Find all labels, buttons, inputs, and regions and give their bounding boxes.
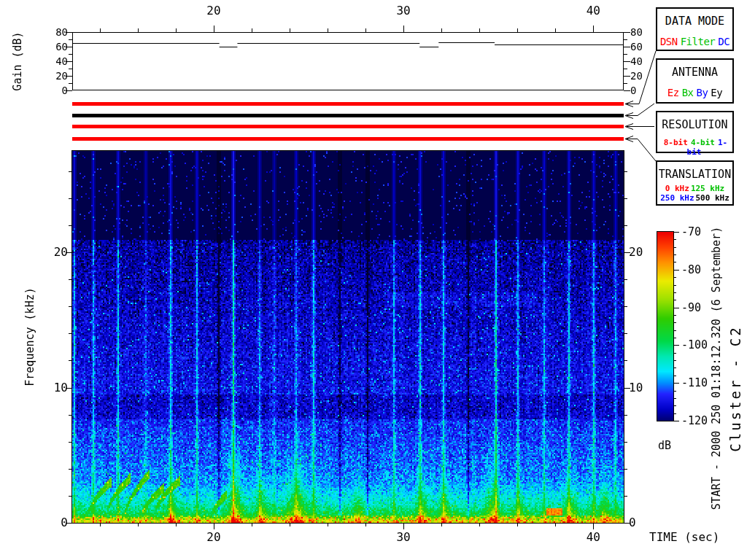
freq-tick-label-right: 10 xyxy=(629,382,643,394)
colorbar-tick-label: -120 xyxy=(681,416,708,427)
gain-tick-label: 0 xyxy=(62,85,68,96)
panel-translation-options: 0 kHz125 kHz250 kHz500 kHz xyxy=(657,184,732,203)
panel-resolution-options: 8-bit4-bit1-bit xyxy=(657,138,732,157)
panel-resolution: RESOLUTION 8-bit4-bit1-bit xyxy=(656,111,734,153)
panel-data-mode-options: DSNFilterDC xyxy=(657,36,732,47)
gain-tick-label: 60 xyxy=(55,42,68,52)
option-dc: DC xyxy=(718,36,729,47)
option-500-khz: 500 kHz xyxy=(696,193,729,203)
gain-tick-label: 40 xyxy=(55,56,68,66)
translation-active-bar xyxy=(72,137,624,141)
option-ez: Ez xyxy=(667,87,679,98)
connector-resolution xyxy=(625,124,654,130)
frequency-axis-title: Frequency (kHz) xyxy=(25,287,36,386)
wbd-spectrogram-display: 0020204040606080802020303040400010102020… xyxy=(0,0,747,560)
panel-translation-title: TRANSLATION xyxy=(657,168,732,181)
option-250-khz: 250 kHz xyxy=(660,193,694,203)
gain-tick-label-right: 0 xyxy=(630,85,636,96)
panel-antenna: ANTENNA EzBxByEy xyxy=(656,58,734,104)
gain-tick-label-right: 80 xyxy=(630,27,643,37)
option-bx: Bx xyxy=(682,87,694,98)
spacecraft-text: Cluster - C2 xyxy=(729,325,743,451)
option-125-khz: 125 kHz xyxy=(691,184,724,193)
connector-data-mode xyxy=(625,51,656,107)
time-tick-label-bottom: 30 xyxy=(396,532,410,543)
option-4-bit: 4-bit xyxy=(691,138,715,147)
time-tick-label-top: 30 xyxy=(396,5,410,17)
gain-tick-label-right: 40 xyxy=(630,56,643,66)
option-8-bit: 8-bit xyxy=(664,138,688,147)
time-axis-title: TIME (sec) xyxy=(649,532,719,543)
time-tick-label-bottom: 40 xyxy=(587,532,600,543)
spectrogram-canvas xyxy=(72,151,624,523)
gain-tick-label: 80 xyxy=(55,27,68,37)
resolution-active-bar xyxy=(72,125,624,128)
option-row: 0 kHz125 kHz xyxy=(657,184,732,193)
gain-tick-label-right: 20 xyxy=(630,71,643,81)
freq-tick-label-right: 20 xyxy=(629,246,643,258)
colorbar-tick-label: -100 xyxy=(681,340,708,351)
panel-translation: TRANSLATION 0 kHz125 kHz250 kHz500 kHz xyxy=(656,160,734,206)
option-0-khz: 0 kHz xyxy=(665,184,689,193)
panel-data-mode: DATA MODE DSNFilterDC xyxy=(656,7,734,51)
gain-tick-label-right: 60 xyxy=(630,42,643,52)
panel-antenna-title: ANTENNA xyxy=(657,66,732,79)
connector-translation xyxy=(625,136,656,162)
option-by: By xyxy=(697,87,708,98)
start-time-text: START - 2000 250 01:18:12.320 (6 Septemb… xyxy=(711,227,722,510)
colorbar-canvas xyxy=(657,232,673,421)
time-tick-label-top: 20 xyxy=(206,5,220,17)
time-tick-label-top: 40 xyxy=(587,5,600,17)
colorbar-tick-label: -80 xyxy=(681,264,701,275)
antenna-active-bar xyxy=(72,114,624,117)
gain-axis-title: Gain (dB) xyxy=(12,31,23,90)
colorbar-tick-label: -70 xyxy=(681,227,701,238)
option-filter: Filter xyxy=(681,36,716,47)
panel-data-mode-title: DATA MODE xyxy=(657,15,732,28)
option-dsn: DSN xyxy=(660,36,678,47)
data-mode-active-bar xyxy=(72,102,624,106)
freq-tick-label: 20 xyxy=(54,246,68,258)
colorbar-unit-label: dB xyxy=(658,440,671,451)
option-row: 250 kHz500 kHz xyxy=(657,193,732,203)
freq-tick-label-right: 0 xyxy=(629,517,636,529)
freq-tick-label: 0 xyxy=(61,517,68,529)
panel-resolution-title: RESOLUTION xyxy=(657,118,732,131)
colorbar-tick-label: -90 xyxy=(681,302,701,313)
freq-tick-label: 10 xyxy=(54,382,68,394)
time-tick-label-bottom: 20 xyxy=(206,532,220,543)
connector-antenna xyxy=(625,104,654,119)
gain-tick-label: 20 xyxy=(55,71,68,81)
colorbar-tick-label: -110 xyxy=(681,378,708,389)
option-ey: Ey xyxy=(711,87,722,98)
panel-antenna-options: EzBxByEy xyxy=(657,87,732,98)
